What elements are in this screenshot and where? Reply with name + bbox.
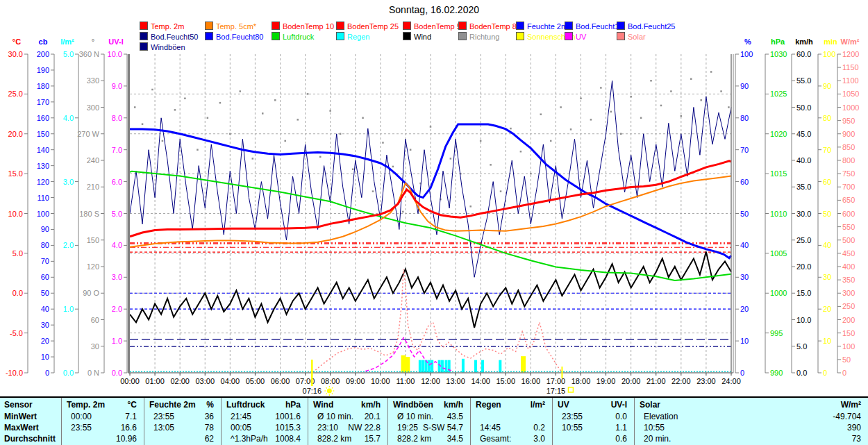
axis-label: 14:00 [471,377,490,385]
axis-label: 50 [740,210,749,218]
axis-label: 7.0 [112,146,122,154]
axis-label: 1030 [770,50,787,58]
axis-label: 0.0 [112,369,122,377]
table-row-label: Durchschnitt [4,434,56,444]
table-row-label: MinWert [4,412,37,422]
table-cell-value: 0.6 [552,434,627,444]
stats-table: SensorMinWertMaxWertDurchschnittTemp. 2m… [0,396,868,445]
axis-label: 6.0 [112,178,122,186]
weather-chart: 00:0001:0002:0003:0004:0005:0006:0007:00… [0,0,868,445]
axis-label: 990 [770,369,783,377]
axis-label: 360 N [79,50,99,58]
table-cell-value: 1.1 [552,423,627,433]
axis-label: 0 [842,369,846,377]
axis-label: 330 [87,76,99,85]
axis-°: 360 N330300270 W240210180 S15012090 O603… [77,37,104,377]
axis-label: 17:15 [546,387,566,395]
axis-label: 40 [823,241,831,249]
axis-label: 950 [842,117,855,125]
table-cell-value: 0.2 [470,423,545,433]
axis-label: 8.0 [112,114,122,122]
axis-label: 25.0 [796,236,811,244]
axis-label: 19:00 [596,377,616,385]
table-col-unit: W/m² [634,400,861,410]
axis-label: 120 [87,262,99,271]
axis-label: 22:00 [671,377,691,385]
axis-label: 02:00 [170,377,190,385]
table-cell-value: S-SW 54.7 [387,423,463,433]
axis-label: 10 [740,337,749,345]
weather-app-window: Sonntag, 16.02.2020 Temp. 2mTemp. 5cm*Bo… [0,0,868,445]
axis-label: 90 [41,225,49,233]
axis-label: -5.0 [10,329,23,337]
axis-label: 09:00 [346,377,365,385]
axis-label: 120 [37,178,49,186]
axis-label: 100 [823,50,835,58]
axis-label: 10.0 [8,210,23,218]
table-cell-value: 62 [144,434,214,444]
table-col-unit: km/h [308,400,381,410]
axis-label: 1100 [842,76,859,85]
axis-label: 3.0 [63,178,74,186]
axis-UV-I: 10.09.08.07.06.05.04.03.02.01.00.0UV-I [108,37,127,377]
axis-label: 750 [842,169,855,178]
axis-label: 1.0 [112,337,122,345]
axis-label: 1000 [842,103,859,112]
axis-label: cb [39,37,48,46]
axis-label: 11:00 [397,377,415,385]
axis-label: 30 [91,342,99,351]
axis-label: 20 [41,337,49,345]
axis-label: 1005 [770,249,787,258]
axis-label: 140 [37,146,49,154]
axis-label: 20.0 [8,130,23,138]
axis-label: °C [12,37,21,46]
axis-label: 70 [41,257,49,265]
grid [130,54,731,373]
series-regen-bars [419,359,501,373]
axis-label: 5.0 [112,210,122,218]
axis-label: 800 [842,156,855,165]
axis-label: 5.0 [63,50,74,58]
axis-label: 1025 [770,90,787,98]
table-cell-value: 34.5 [387,434,463,444]
axis-label: 550 [842,223,855,231]
axis-label: 350 [842,276,855,284]
axis-label: 110 [37,194,49,202]
axis-label: 210 [87,183,99,191]
axis-label: 40.0 [796,156,811,165]
table-cell-value: 10.96 [61,434,137,444]
table-col-unit: km/h [387,400,463,410]
axis-label: UV-I [108,37,123,46]
table-cell-value: 7.1 [61,412,137,422]
table-cell-value: 1015.3 [221,423,301,433]
axis-label: 0 [823,369,827,377]
axis-cb: 2001901801701601501401301201101009080706… [37,37,54,377]
axis-label: -10.0 [6,369,23,377]
axis-label: 200 [37,50,49,58]
axis-label: 300 [87,103,99,112]
axis-label: 0 N [87,369,99,377]
axis-label: 500 [842,236,855,244]
axis-label: 180 [37,82,49,90]
table-col-unit: % [144,400,214,410]
axis-label: 2.0 [63,241,74,249]
axis-label: 0 [45,369,49,377]
axis-label: 900 [842,130,855,138]
axis-label: 12:00 [421,377,440,385]
axis-label: 60 [823,178,831,186]
axis-label: 5.0 [796,342,807,351]
axis-label: 80 [823,114,831,122]
axis-label: 50.0 [796,103,811,112]
axis-°C: 30.025.020.015.010.05.00.0-5.0-10.0°C [6,37,28,377]
axis-label: 1010 [770,210,787,218]
axis-label: 35.0 [796,183,811,191]
table-cell-value [470,412,545,422]
axis-label: % [744,37,751,46]
axis-label: 08:00 [321,377,340,385]
axis-label: 100 [37,210,49,218]
table-col-unit: UV-I [552,400,627,410]
axis-label: 2.0 [112,305,122,313]
axis-W/m²: 1200115011001050100095090085080075070065… [837,37,860,377]
table-cell-value: 16.6 [61,423,137,433]
axis-label: 60 [91,316,99,324]
